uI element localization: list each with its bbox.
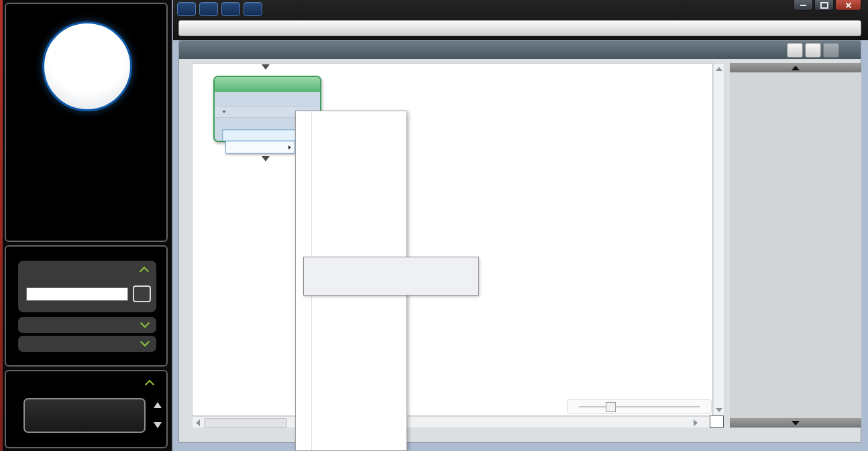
save-icon[interactable] bbox=[16, 194, 34, 212]
invalid-section-header[interactable] bbox=[18, 336, 156, 352]
refresh-icon[interactable] bbox=[93, 145, 110, 162]
titlebar bbox=[173, 0, 868, 40]
chevron-up-icon bbox=[140, 267, 149, 276]
minimize-button[interactable] bbox=[794, 0, 813, 11]
scroll-right-icon[interactable] bbox=[694, 420, 698, 426]
left-sidebar bbox=[0, 0, 173, 451]
canvas-horizontal-scrollbar[interactable] bbox=[192, 416, 713, 428]
minimize-icon bbox=[800, 5, 806, 6]
subsystems-panel bbox=[5, 370, 168, 448]
copy-page-button[interactable] bbox=[805, 43, 821, 58]
horizontal-scroll-thumb[interactable] bbox=[204, 418, 287, 428]
close-icon bbox=[845, 2, 852, 9]
help-icon[interactable] bbox=[65, 170, 83, 188]
search-input[interactable] bbox=[26, 287, 128, 301]
main-toolbar bbox=[177, 2, 262, 16]
nav-icon-row bbox=[6, 170, 166, 188]
back-arrow-icon[interactable] bbox=[91, 170, 108, 188]
flow-connector-arrow-icon bbox=[260, 119, 275, 128]
window-controls bbox=[794, 0, 861, 11]
chevron-up-icon bbox=[145, 380, 154, 389]
set-data-tooltip bbox=[303, 257, 479, 296]
people-icon bbox=[229, 143, 238, 151]
triangle-down-icon bbox=[792, 421, 800, 426]
green-nw-arrow-icon bbox=[712, 417, 722, 426]
page-paste-icon bbox=[826, 46, 836, 55]
edit-mode-row bbox=[6, 145, 166, 162]
trash-badge-icon[interactable] bbox=[138, 194, 156, 212]
structure-cube-icon bbox=[30, 404, 54, 427]
search-group bbox=[18, 261, 156, 312]
flow-activities-header bbox=[179, 41, 861, 59]
palette-list bbox=[730, 72, 861, 418]
scroll-left-icon[interactable] bbox=[196, 420, 200, 426]
input-connector-icon bbox=[262, 64, 270, 70]
branding-panel bbox=[5, 3, 168, 242]
start-block-title bbox=[215, 77, 320, 92]
fit-view-button[interactable] bbox=[710, 415, 724, 428]
maximize-icon bbox=[820, 2, 828, 9]
subsystems-header[interactable] bbox=[19, 379, 153, 386]
subsystem-item-business-structure[interactable] bbox=[23, 398, 146, 433]
toolbar-button-new-channel[interactable] bbox=[177, 2, 196, 16]
triangle-up-icon bbox=[792, 66, 800, 70]
export-page-button[interactable] bbox=[787, 43, 803, 58]
page-copy-icon bbox=[808, 46, 818, 55]
close-button[interactable] bbox=[835, 0, 861, 11]
dropdown-caret-icon bbox=[222, 111, 226, 113]
forward-arrow-icon[interactable] bbox=[116, 170, 133, 188]
setup-logo bbox=[42, 21, 132, 111]
scroll-down-icon[interactable] bbox=[716, 408, 722, 412]
chevron-down-icon bbox=[140, 318, 150, 328]
toolbar-button-bulk-operations[interactable] bbox=[243, 2, 262, 16]
start-block-activity-row[interactable] bbox=[215, 92, 320, 106]
pending-changes-icon[interactable] bbox=[115, 194, 133, 212]
property-menu-interaction[interactable] bbox=[225, 141, 295, 153]
lock-open-icon[interactable] bbox=[70, 145, 86, 162]
maximize-button[interactable] bbox=[814, 0, 834, 11]
subsystems-scroll-down[interactable] bbox=[154, 422, 162, 428]
palette-scroll-down[interactable] bbox=[730, 418, 861, 428]
submenu-arrow-icon bbox=[288, 145, 291, 149]
paste-page-button[interactable] bbox=[823, 43, 839, 58]
zoom-slider-handle[interactable] bbox=[606, 402, 616, 412]
search-header[interactable] bbox=[27, 266, 148, 273]
server-import-icon[interactable] bbox=[62, 194, 79, 212]
subsystems-scroll-up[interactable] bbox=[154, 402, 162, 408]
gear-icon bbox=[58, 37, 117, 96]
attachment-icon[interactable] bbox=[40, 170, 57, 188]
toolbar-button-new-agent[interactable] bbox=[221, 2, 240, 16]
copy-pages-icon[interactable] bbox=[38, 194, 57, 212]
activity-palette bbox=[730, 63, 861, 428]
zoom-slider-track[interactable] bbox=[579, 406, 700, 407]
set-data-icon bbox=[221, 94, 231, 104]
mouse-cursor-icon bbox=[307, 417, 316, 430]
setup-application-window bbox=[0, 0, 868, 451]
search-panel bbox=[5, 245, 168, 367]
toolbar-button-new-business-process[interactable] bbox=[199, 2, 218, 16]
palette-scroll-up[interactable] bbox=[730, 63, 861, 72]
visited-section-header[interactable] bbox=[18, 317, 156, 333]
validate-check-icon[interactable] bbox=[84, 194, 101, 212]
file-icon-row bbox=[6, 194, 166, 212]
chevron-down-icon bbox=[140, 337, 150, 346]
canvas-vertical-scrollbar[interactable] bbox=[713, 63, 724, 416]
breadcrumb bbox=[178, 20, 861, 36]
scroll-up-icon[interactable] bbox=[716, 67, 722, 71]
page-x-icon bbox=[790, 46, 800, 55]
zoom-control bbox=[567, 399, 712, 414]
done-connector-icon bbox=[262, 156, 270, 162]
search-go-button[interactable] bbox=[133, 285, 151, 302]
flow-header-buttons bbox=[787, 43, 839, 58]
